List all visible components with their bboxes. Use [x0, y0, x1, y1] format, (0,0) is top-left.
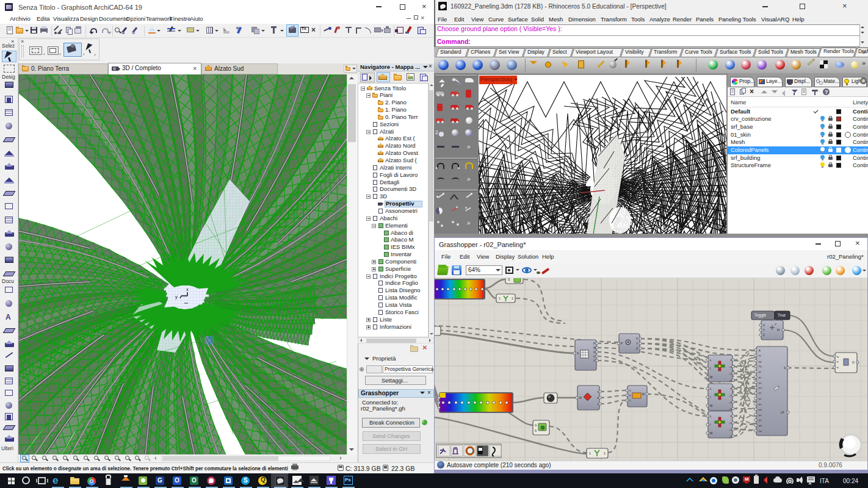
svg-text:+3: +3: [729, 379, 732, 382]
svg-text:F: F: [730, 415, 732, 418]
svg-text:pd: pd: [759, 408, 762, 411]
svg-text:True: True: [778, 313, 786, 317]
svg-text:Toggle: Toggle: [754, 313, 767, 318]
svg-text:+3: +3: [729, 407, 732, 411]
svg-text:Pt: Pt: [777, 329, 780, 332]
svg-text:P: P: [837, 361, 839, 364]
svg-text:+2: +2: [729, 401, 732, 404]
svg-text:V: V: [629, 389, 631, 392]
svg-text:X: X: [763, 324, 765, 327]
svg-text:Z: Z: [636, 347, 638, 350]
svg-text:S: S: [577, 352, 579, 355]
svg-text:1: 1: [589, 451, 591, 455]
svg-text:A: A: [759, 349, 761, 352]
svg-text:+1: +1: [729, 365, 732, 368]
svg-text:P: P: [593, 342, 595, 345]
svg-text:LP: LP: [781, 411, 784, 414]
svg-text:G: G: [535, 424, 537, 427]
svg-text:V: V: [593, 359, 595, 362]
svg-text:Y: Y: [636, 342, 638, 345]
svg-text:Pl: Pl: [759, 354, 761, 357]
svg-text:Y: Y: [763, 329, 765, 332]
svg-text:Lp: Lp: [759, 429, 762, 432]
svg-text:P: P: [621, 342, 623, 345]
svg-text:F: F: [629, 394, 631, 397]
svg-text:I: I: [710, 396, 711, 399]
svg-text:+2: +2: [729, 428, 732, 431]
svg-text:S: S: [837, 366, 839, 369]
svg-text:pu: pu: [759, 414, 762, 417]
svg-text:C: C: [629, 399, 631, 402]
svg-text:1: 1: [604, 451, 606, 455]
svg-text:I: I: [710, 423, 711, 426]
svg-text:+1: +1: [729, 394, 732, 397]
svg-text:X: X: [636, 337, 638, 340]
svg-text:V: V: [597, 390, 599, 393]
svg-text:C: C: [597, 403, 599, 406]
svg-text:+1: +1: [729, 422, 732, 425]
svg-text:+3: +3: [729, 435, 732, 438]
svg-text:F: F: [730, 387, 732, 390]
svg-text:M: M: [642, 393, 645, 396]
svg-text:M: M: [579, 396, 582, 400]
svg-text:G: G: [593, 351, 596, 354]
svg-text:O: O: [852, 361, 855, 364]
svg-text:+2: +2: [729, 372, 732, 375]
svg-text:1: 1: [512, 296, 513, 300]
svg-text:x: x: [186, 287, 189, 292]
svg-text:y: y: [175, 294, 178, 300]
svg-text:Z: Z: [763, 334, 765, 337]
svg-text:pd: pd: [759, 424, 762, 427]
svg-text:PY: PY: [759, 387, 762, 390]
svg-text:pc: pc: [759, 376, 761, 379]
svg-text:F: F: [597, 396, 599, 400]
svg-text:1: 1: [499, 296, 501, 300]
svg-text:I: I: [710, 367, 711, 370]
svg-text:F: F: [730, 359, 732, 362]
svg-text:U: U: [593, 355, 595, 358]
svg-text:pu: pu: [759, 403, 762, 406]
svg-text:S: S: [535, 429, 537, 432]
svg-text:S: S: [784, 367, 786, 370]
